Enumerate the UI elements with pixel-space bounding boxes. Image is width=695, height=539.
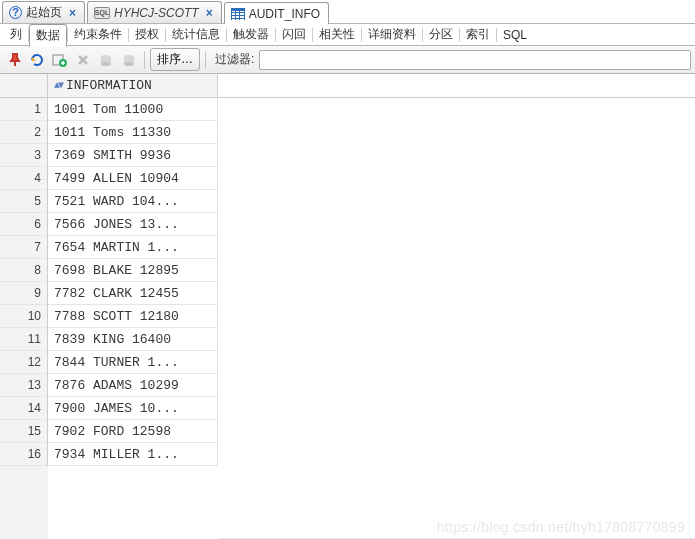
row-number[interactable]: 5: [0, 190, 48, 213]
subtab-statistics[interactable]: 统计信息: [166, 24, 226, 45]
delete-row-button[interactable]: [73, 50, 93, 70]
data-cell[interactable]: 1011 Toms 11330: [48, 121, 218, 144]
data-cell[interactable]: 7521 WARD 104...: [48, 190, 218, 213]
column-header[interactable]: ▲▼ INFORMATION: [48, 74, 218, 98]
row-number[interactable]: 7: [0, 236, 48, 259]
row-number[interactable]: 12: [0, 351, 48, 374]
data-cell[interactable]: 7566 JONES 13...: [48, 213, 218, 236]
help-icon: ?: [9, 6, 22, 19]
pin-button[interactable]: [4, 50, 24, 70]
subtab-partitions[interactable]: 分区: [423, 24, 459, 45]
data-cell[interactable]: 7654 MARTIN 1...: [48, 236, 218, 259]
add-row-button[interactable]: [50, 50, 70, 70]
add-row-icon: [52, 52, 68, 68]
tab-hyhcj-scott[interactable]: SQL HYHCJ-SCOTT ×: [87, 1, 222, 23]
row-number[interactable]: 15: [0, 420, 48, 443]
data-cell[interactable]: 7839 KING 16400: [48, 328, 218, 351]
commit-button[interactable]: [96, 50, 116, 70]
data-cell[interactable]: 7876 ADAMS 10299: [48, 374, 218, 397]
data-toolbar: 排序… 过滤器:: [0, 46, 695, 74]
row-number[interactable]: 9: [0, 282, 48, 305]
subtab-indexes[interactable]: 索引: [460, 24, 496, 45]
subtab-dependencies[interactable]: 相关性: [313, 24, 361, 45]
row-number[interactable]: 3: [0, 144, 48, 167]
subtab-data[interactable]: 数据: [29, 24, 67, 47]
row-header-corner: [0, 74, 48, 98]
table-icon: [231, 7, 245, 21]
sort-button[interactable]: 排序…: [150, 48, 200, 71]
rollback-button[interactable]: [119, 50, 139, 70]
row-number[interactable]: 10: [0, 305, 48, 328]
svg-point-4: [101, 62, 111, 66]
tab-start-page[interactable]: ? 起始页 ×: [2, 1, 85, 23]
data-cell[interactable]: 7698 BLAKE 12895: [48, 259, 218, 282]
column-information: ▲▼ INFORMATION 1001 Tom 11000 1011 Toms …: [48, 74, 218, 539]
tab-label: AUDIT_INFO: [249, 7, 320, 21]
delete-row-icon: [76, 53, 90, 67]
db-up-icon: [99, 53, 113, 67]
row-number[interactable]: 2: [0, 121, 48, 144]
row-number[interactable]: 11: [0, 328, 48, 351]
subtab-flashback[interactable]: 闪回: [276, 24, 312, 45]
sql-icon: SQL: [94, 7, 110, 19]
db-down-icon: [122, 53, 136, 67]
editor-tabs: ? 起始页 × SQL HYHCJ-SCOTT × AUDIT_INFO: [0, 0, 695, 24]
data-cell[interactable]: 7900 JAMES 10...: [48, 397, 218, 420]
subtab-triggers[interactable]: 触发器: [227, 24, 275, 45]
subtab-constraints[interactable]: 约束条件: [68, 24, 128, 45]
grid-empty-area: [218, 74, 695, 539]
pin-icon: [7, 53, 21, 67]
tab-audit-info[interactable]: AUDIT_INFO: [224, 2, 329, 24]
data-cell[interactable]: 7788 SCOTT 12180: [48, 305, 218, 328]
subtab-grants[interactable]: 授权: [129, 24, 165, 45]
row-number-gutter: 1 2 3 4 5 6 7 8 9 10 11 12 13 14 15 16: [0, 74, 48, 539]
subtab-columns[interactable]: 列: [4, 24, 28, 45]
sub-tabs: 列 数据 约束条件 授权 统计信息 触发器 闪回 相关性 详细资料 分区 索引 …: [0, 24, 695, 46]
row-number[interactable]: 13: [0, 374, 48, 397]
data-cell[interactable]: 7934 MILLER 1...: [48, 443, 218, 466]
row-number[interactable]: 14: [0, 397, 48, 420]
close-icon[interactable]: ×: [206, 6, 213, 20]
column-header-label: INFORMATION: [66, 78, 152, 93]
row-number[interactable]: 4: [0, 167, 48, 190]
tab-label: 起始页: [26, 4, 62, 21]
refresh-button[interactable]: [27, 50, 47, 70]
subtab-sql[interactable]: SQL: [497, 26, 533, 44]
close-icon[interactable]: ×: [69, 6, 76, 20]
filter-label: 过滤器:: [215, 51, 254, 68]
data-cell[interactable]: 7902 FORD 12598: [48, 420, 218, 443]
subtab-details[interactable]: 详细资料: [362, 24, 422, 45]
data-cell[interactable]: 7844 TURNER 1...: [48, 351, 218, 374]
row-number[interactable]: 8: [0, 259, 48, 282]
row-number[interactable]: 16: [0, 443, 48, 466]
data-cell[interactable]: 7369 SMITH 9936: [48, 144, 218, 167]
data-cell[interactable]: 7499 ALLEN 10904: [48, 167, 218, 190]
tab-label: HYHCJ-SCOTT: [114, 6, 199, 20]
row-number[interactable]: 6: [0, 213, 48, 236]
data-cell[interactable]: 7782 CLARK 12455: [48, 282, 218, 305]
svg-point-7: [124, 62, 134, 66]
refresh-icon: [29, 52, 45, 68]
filter-input[interactable]: [259, 50, 691, 70]
sort-indicator-icon: ▲▼: [54, 80, 62, 91]
row-number[interactable]: 1: [0, 98, 48, 121]
data-grid: 1 2 3 4 5 6 7 8 9 10 11 12 13 14 15 16 ▲…: [0, 74, 695, 539]
data-cell[interactable]: 1001 Tom 11000: [48, 98, 218, 121]
